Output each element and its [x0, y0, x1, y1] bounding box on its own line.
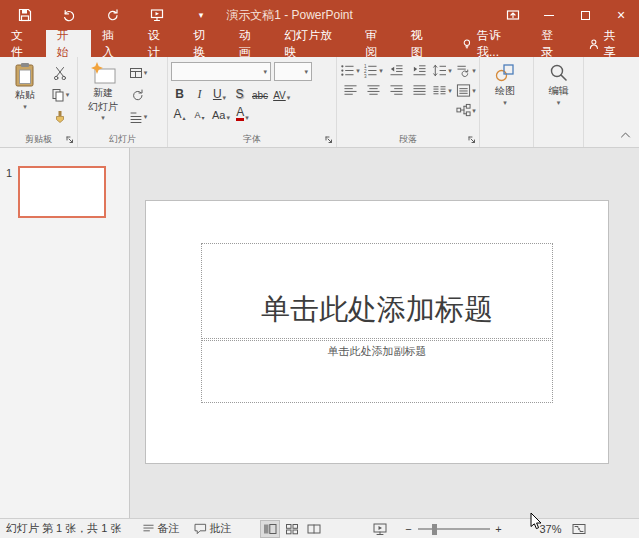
ribbon-display-options-button[interactable]	[495, 0, 531, 30]
quick-access-toolbar: ▾	[0, 4, 212, 26]
strikethrough-button[interactable]: abc	[251, 84, 269, 101]
paragraph-dialog-launcher[interactable]	[467, 135, 477, 145]
tell-me-label: 告诉我...	[477, 27, 522, 61]
customize-qat-button[interactable]: ▾	[190, 4, 212, 26]
convert-to-smartart-button[interactable]: ▾	[456, 102, 476, 119]
font-dialog-launcher[interactable]	[324, 135, 334, 145]
character-spacing-button[interactable]: AV▾	[272, 84, 291, 101]
tab-review[interactable]: 审阅	[354, 30, 400, 57]
share-button[interactable]: 共享	[576, 30, 639, 57]
magnifier-icon	[548, 62, 570, 84]
numbering-icon: 123	[363, 63, 378, 78]
save-button[interactable]	[14, 4, 36, 26]
justify-button[interactable]	[409, 82, 429, 99]
zoom-slider[interactable]	[418, 522, 490, 536]
clipboard-group: 粘贴 ▾ ▾ 剪贴板	[0, 57, 78, 147]
cut-button[interactable]	[50, 64, 70, 81]
tell-me-box[interactable]: 告诉我...	[453, 30, 530, 57]
reset-slide-button[interactable]	[128, 86, 148, 103]
format-painter-icon	[53, 110, 67, 124]
fit-slide-to-window-button[interactable]	[572, 522, 586, 536]
slide-layout-button[interactable]: ▾	[128, 64, 148, 81]
chevron-down-icon: ▾	[287, 94, 291, 101]
zoom-out-button[interactable]: −	[402, 523, 416, 535]
italic-button[interactable]: I	[191, 84, 208, 101]
tab-design[interactable]: 设计	[137, 30, 183, 57]
tab-home[interactable]: 开始	[46, 30, 92, 57]
maximize-button[interactable]	[567, 0, 603, 30]
close-button[interactable]: ×	[603, 0, 639, 30]
chevron-down-icon: ▾	[356, 67, 360, 74]
minimize-button[interactable]	[531, 0, 567, 30]
tab-view[interactable]: 视图	[400, 30, 446, 57]
numbering-button[interactable]: 123 ▾	[363, 62, 383, 79]
undo-icon	[62, 8, 76, 22]
reading-view-button[interactable]	[304, 520, 324, 538]
bold-button[interactable]: B	[171, 84, 188, 101]
tab-slideshow[interactable]: 幻灯片放映	[273, 30, 354, 57]
editing-label: 编辑	[549, 85, 569, 98]
subtitle-placeholder[interactable]: 单击此处添加副标题	[201, 340, 553, 403]
text-direction-button[interactable]: ▾	[456, 62, 476, 79]
drawing-button[interactable]: 绘图 ▾	[483, 59, 527, 132]
notes-button[interactable]: 备注	[142, 521, 180, 536]
normal-view-button[interactable]	[260, 520, 280, 538]
change-case-button[interactable]: Aa▾	[211, 104, 231, 121]
paste-button[interactable]: 粘贴 ▾	[3, 59, 47, 132]
sign-in-button[interactable]: 登录	[530, 30, 576, 57]
tab-insert[interactable]: 插入	[91, 30, 137, 57]
align-text-button[interactable]: ▾	[456, 82, 476, 99]
collapse-ribbon-button[interactable]	[620, 125, 631, 143]
save-icon	[18, 8, 32, 22]
tab-file[interactable]: 文件	[0, 30, 46, 57]
new-slide-button[interactable]: 新建 幻灯片 ▾	[81, 59, 125, 132]
zoom-slider-thumb[interactable]	[432, 524, 437, 535]
paste-icon	[13, 62, 37, 88]
shrink-font-button[interactable]: A▾	[191, 104, 208, 121]
editing-button[interactable]: 编辑 ▾	[537, 59, 580, 132]
bullets-button[interactable]: ▾	[340, 62, 360, 79]
text-shadow-button[interactable]: S	[231, 84, 248, 101]
slide-thumbnail[interactable]	[18, 166, 106, 218]
ribbon: 粘贴 ▾ ▾ 剪贴板	[0, 57, 639, 148]
mouse-cursor	[530, 512, 544, 531]
align-center-button[interactable]	[363, 82, 383, 99]
align-right-button[interactable]	[386, 82, 406, 99]
slide-sorter-button[interactable]	[282, 520, 302, 538]
tab-transitions[interactable]: 切换	[182, 30, 228, 57]
down-arrow-icon: ▾	[202, 114, 205, 121]
underline-button[interactable]: U▾	[211, 84, 228, 101]
bullets-icon	[340, 63, 355, 78]
powerpoint-window: ▾ 演示文稿1 - PowerPoint × 文件 开始 插入 设计 切换 动画…	[0, 0, 639, 538]
decrease-indent-button[interactable]	[386, 62, 406, 79]
line-spacing-button[interactable]: ▾	[432, 62, 452, 79]
titlebar: ▾ 演示文稿1 - PowerPoint ×	[0, 0, 639, 30]
font-name-combobox[interactable]: ▾	[171, 62, 271, 81]
start-slideshow-button[interactable]	[146, 4, 168, 26]
tab-animations[interactable]: 动画	[228, 30, 274, 57]
redo-button[interactable]	[102, 4, 124, 26]
add-section-button[interactable]: ▾	[128, 108, 148, 125]
svg-text:3: 3	[364, 74, 367, 78]
dialog-launcher-icon	[66, 136, 74, 144]
title-placeholder[interactable]: 单击此处添加标题	[201, 243, 553, 339]
zoom-in-button[interactable]: +	[492, 523, 506, 535]
grow-font-button[interactable]: A▴	[171, 104, 188, 121]
undo-button[interactable]	[58, 4, 80, 26]
notes-label: 备注	[158, 521, 180, 536]
slide-canvas[interactable]: 单击此处添加标题 单击此处添加副标题	[145, 200, 609, 464]
paragraph-group-label: 段落	[399, 134, 417, 144]
clipboard-dialog-launcher[interactable]	[65, 135, 75, 145]
columns-button[interactable]: ▾	[432, 82, 452, 99]
increase-indent-button[interactable]	[409, 62, 429, 79]
slideshow-view-button[interactable]	[370, 520, 390, 538]
fit-to-window-icon	[572, 522, 586, 536]
font-size-combobox[interactable]: ▾	[274, 62, 312, 81]
paragraph-group: ▾ 123 ▾ ▾	[337, 57, 480, 147]
copy-button[interactable]: ▾	[50, 86, 70, 103]
font-color-button[interactable]: A▾	[234, 104, 251, 121]
chevron-down-icon: ▾	[144, 113, 148, 120]
format-painter-button[interactable]	[50, 108, 70, 125]
comments-button[interactable]: 批注	[194, 521, 232, 536]
align-left-button[interactable]	[340, 82, 360, 99]
